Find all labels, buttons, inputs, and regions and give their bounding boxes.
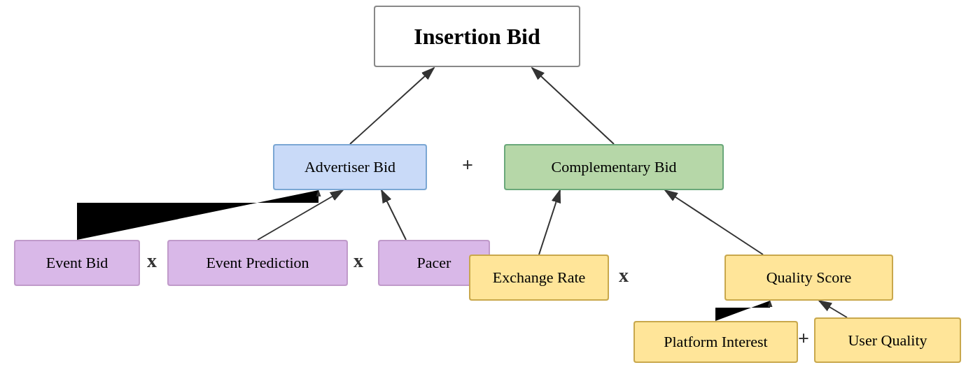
exchange-rate-node: Exchange Rate (469, 255, 609, 301)
platform-interest-node: Platform Interest (634, 321, 798, 363)
quality-score-node: Quality Score (724, 255, 893, 301)
complementary-bid-node: Complementary Bid (504, 144, 724, 190)
pacer-label: Pacer (417, 254, 451, 272)
svg-line-3 (382, 190, 406, 240)
svg-line-0 (350, 68, 434, 144)
platform-interest-label: Platform Interest (664, 333, 767, 351)
advertiser-bid-node: Advertiser Bid (273, 144, 427, 190)
insertion-bid-node: Insertion Bid (374, 6, 580, 67)
svg-line-5 (665, 190, 763, 255)
event-prediction-label: Event Prediction (206, 254, 309, 272)
plus-operator-2: + (798, 327, 809, 350)
diagram: Insertion Bid Advertiser Bid Complementa… (0, 0, 980, 365)
event-prediction-node: Event Prediction (167, 240, 348, 286)
exchange-rate-label: Exchange Rate (493, 269, 586, 287)
svg-line-4 (539, 190, 560, 255)
times-operator-1: x (147, 250, 157, 272)
user-quality-label: User Quality (848, 331, 927, 350)
insertion-bid-label: Insertion Bid (414, 24, 540, 50)
svg-line-2 (258, 190, 343, 240)
plus-operator-1: + (462, 154, 473, 176)
advertiser-bid-label: Advertiser Bid (304, 158, 396, 176)
times-operator-3: x (619, 264, 629, 287)
complementary-bid-label: Complementary Bid (551, 158, 676, 176)
quality-score-label: Quality Score (766, 269, 852, 287)
user-quality-node: User Quality (814, 317, 961, 363)
event-bid-label: Event Bid (46, 254, 108, 272)
svg-line-6 (819, 301, 847, 317)
svg-line-1 (532, 68, 614, 144)
event-bid-node: Event Bid (14, 240, 140, 286)
times-operator-2: x (354, 250, 363, 272)
